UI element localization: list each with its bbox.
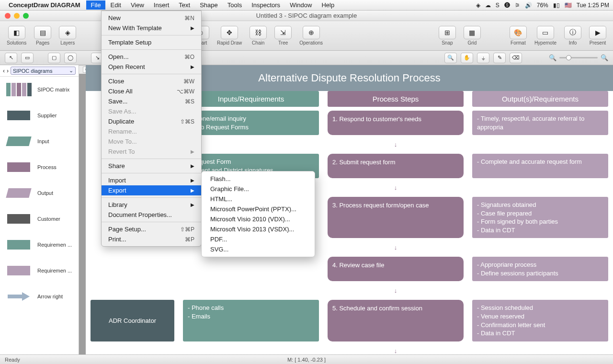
export-item-svg-[interactable]: SVG... [202,244,315,254]
tb-pages[interactable]: ▤Pages [31,26,54,46]
zoom-in-icon[interactable]: 🔍 [601,54,608,61]
export-item-microsoft-powerpoint-pptx-[interactable]: Microsoft PowerPoint (PPTX)... [202,204,315,214]
export-item-flash-[interactable]: Flash... [202,174,315,184]
menu-help[interactable]: Help [317,0,339,10]
tb-snap[interactable]: ⊞Snap [436,26,459,46]
stamp-tool[interactable]: ⏚ [477,53,489,63]
clock[interactable]: Tue 1:25 PM [577,2,609,9]
pages-icon[interactable]: ▤ [34,26,51,39]
shape-requiremen-[interactable]: Requiremen ... [0,258,79,284]
s-icon[interactable]: S [496,2,499,9]
export-item-microsoft-visio-vdx-[interactable]: Microsoft Visio 2010 (VDX)... [202,214,315,224]
menu-item-template-setup[interactable]: Template Setup [102,37,201,47]
layers-icon[interactable]: ◈ [59,26,76,39]
shape-supplier[interactable]: Supplier [0,102,79,128]
shape-requiremen-[interactable]: Requiremen ... [0,232,79,258]
menu-item-duplicate[interactable]: Duplicate⇧⌘S [102,116,201,126]
shape-customer[interactable]: Customer [0,206,79,232]
menu-item-rename-[interactable]: Rename... [102,126,201,136]
hypernote-icon[interactable]: ▭ [537,26,554,39]
tb-chain[interactable]: ⛓Chain [247,26,270,46]
tb-solutions[interactable]: ◧Solutions [4,26,29,46]
shape-input[interactable]: Input [0,128,79,154]
battery-icon[interactable]: ▮▯ [553,2,560,9]
library-selector[interactable]: SIPOC diagrams⌄ [11,67,76,75]
volume-icon[interactable]: 🔊 [525,2,532,9]
process-cell[interactable]: 5. Schedule and confirm session [328,300,464,341]
menu-tools[interactable]: Tools [223,0,247,10]
rapiddraw-icon[interactable]: ✥ [221,26,238,39]
menu-inspectors[interactable]: Inspectors [247,0,285,10]
menu-item-print-[interactable]: Print...⌘P [102,234,201,244]
solutions-icon[interactable]: ◧ [8,26,25,39]
menu-item-new[interactable]: New⌘N [102,13,201,23]
tb-layers[interactable]: ◈Layers [56,26,79,46]
menu-item-move-to-[interactable]: Move To... [102,136,201,147]
menu-window[interactable]: Window [285,0,317,10]
ellipse-tool[interactable]: ◯ [64,53,77,63]
output-cell[interactable]: - Appropriare process- Define sessions p… [472,257,608,281]
operations-icon[interactable]: ⊕ [303,26,320,39]
cloud-icon[interactable]: ☁ [485,2,491,9]
present-icon[interactable]: ▶ [589,26,606,39]
export-item-pdf-[interactable]: PDF... [202,234,315,244]
shape-output[interactable]: Output [0,180,79,206]
menu-item-close-all[interactable]: Close All⌥⌘W [102,86,201,96]
process-cell[interactable]: 4. Review case file [328,257,464,281]
wifi-icon[interactable]: ⚞ [515,2,520,9]
nav-fwd-icon[interactable]: › [7,68,9,74]
output-cell[interactable]: - Timely, respectful, accurate referral … [472,111,608,135]
menu-item-save-[interactable]: Save...⌘S [102,96,201,106]
menu-text[interactable]: Text [174,0,195,10]
tb-format[interactable]: 🎨Format [507,26,530,46]
tb-tree[interactable]: ⇲Tree [272,26,295,46]
tree-icon[interactable]: ⇲ [274,26,292,39]
menu-item-save-as-[interactable]: Save As... [102,106,201,116]
process-cell[interactable]: 1. Respond to customer's needs [328,111,464,135]
zoom-out-icon[interactable]: 🔍 [549,54,556,61]
output-cell[interactable]: - Signatures obtained- Case file prepare… [472,197,608,238]
export-item-graphic-file-[interactable]: Graphic File... [202,184,315,194]
shape-sipoc-matrix[interactable]: SIPOC matrix [0,77,79,102]
output-cell[interactable]: - Session scheduled- Venue reserved- Con… [472,300,608,341]
grid-icon[interactable]: ▦ [464,26,481,39]
flag-icon[interactable]: 🇺🇸 [565,2,572,9]
pointer-tool[interactable]: ↖ [5,53,17,63]
tb-rapiddraw[interactable]: ✥Rapid Draw [214,26,245,46]
menu-insert[interactable]: Insert [149,0,174,10]
menu-item-library[interactable]: Library▶ [102,200,201,210]
pan-tool[interactable]: ✋ [461,53,473,63]
info-icon[interactable]: ⓘ [564,26,581,39]
chain-icon[interactable]: ⛓ [250,26,267,39]
menu-item-import[interactable]: Import▶ [102,175,201,185]
export-item-html-[interactable]: HTML... [202,194,315,204]
menu-item-open-[interactable]: Open...⌘O [102,52,201,62]
tb-operations[interactable]: ⊕Operations [296,26,326,46]
menu-shape[interactable]: Shape [195,0,223,10]
menu-file[interactable]: File [86,0,106,10]
supplier-cell[interactable]: ADR Coordinator [91,300,174,341]
menu-item-share[interactable]: Share▶ [102,161,201,171]
tb-present[interactable]: ▶Present [586,26,609,46]
input-cell[interactable]: - Phone/email inquiry- Web Request Forms [183,111,319,135]
app-name[interactable]: ConceptDraw DIAGRAM [9,1,80,9]
tb-grid[interactable]: ▦Grid [461,26,484,46]
eyedropper-tool[interactable]: ✎ [493,53,506,63]
tb-info[interactable]: ⓘInfo [561,26,584,46]
format-icon[interactable]: 🎨 [510,26,527,39]
nav-back-icon[interactable]: ‹ [3,68,5,74]
menu-item-revert-to[interactable]: Revert To▶ [102,147,201,157]
process-cell[interactable]: 3. Process request form/open case [328,197,464,238]
shape-process[interactable]: Process [0,154,79,180]
zoom-tool[interactable]: 🔍 [444,53,457,63]
input-cell[interactable]: - Phone calls- Emails [183,300,319,341]
snap-icon[interactable]: ⊞ [439,26,456,39]
process-cell[interactable]: 2. Submit request form [328,154,464,178]
shape-arrow-right[interactable]: Arrow right [0,284,79,309]
menu-item-close[interactable]: Close⌘W [102,76,201,86]
export-item-microsoft-visio-vsdx-[interactable]: Microsoft Visio 2013 (VSDX)... [202,224,315,234]
menu-item-document-properties-[interactable]: Document Properties... [102,210,201,220]
menu-item-open-recent[interactable]: Open Recent▶ [102,62,201,72]
menu-item-page-setup-[interactable]: Page Setup...⇧⌘P [102,224,201,234]
eraser-tool[interactable]: ⌫ [510,53,522,63]
